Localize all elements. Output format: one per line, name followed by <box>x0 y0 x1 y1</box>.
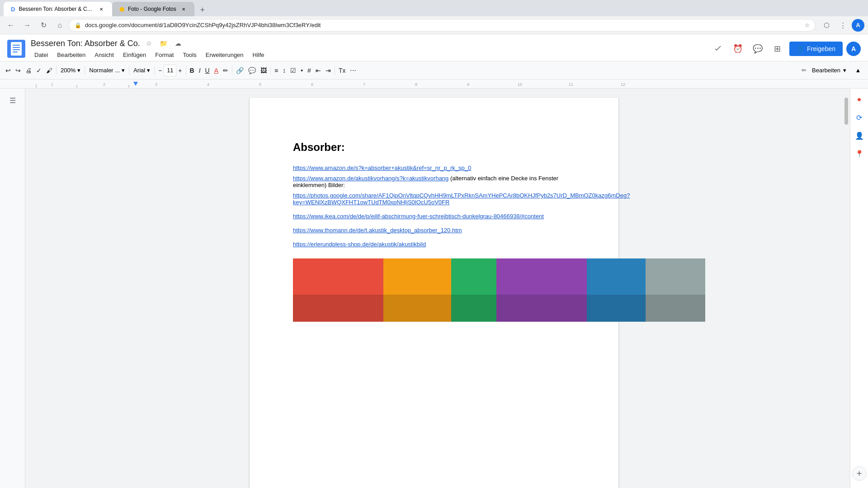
doc-page: Absorber: https://www.amazon.de/s?k=abso… <box>250 98 618 488</box>
menu-ansicht[interactable]: Ansicht <box>91 51 118 59</box>
highlight-button[interactable]: ✏ <box>221 64 230 77</box>
print-button[interactable]: 🖨 <box>24 64 33 77</box>
share-button[interactable]: 👤 Freigeben <box>789 42 843 56</box>
image-button[interactable]: 🖼 <box>259 64 269 77</box>
add-sidebar-item-button[interactable]: + <box>852 466 867 481</box>
svg-text:10: 10 <box>518 82 522 87</box>
user-avatar[interactable]: A <box>846 42 861 56</box>
svg-text:12: 12 <box>621 82 625 87</box>
reload-button[interactable]: ↻ <box>36 18 51 33</box>
left-sidebar: ☰ <box>0 89 25 488</box>
menu-erweiterungen[interactable]: Erweiterungen <box>202 51 247 59</box>
font-size-decrease[interactable]: − <box>156 64 164 77</box>
profile-button[interactable]: A <box>852 19 864 32</box>
home-button[interactable]: ⌂ <box>52 18 67 33</box>
right-icon-1[interactable]: ● <box>852 92 867 107</box>
tab-docs-close[interactable]: ✕ <box>98 5 105 13</box>
tab-photos-close[interactable]: ✕ <box>180 5 187 13</box>
right-icon-4[interactable]: 📍 <box>852 146 867 161</box>
forward-button[interactable]: → <box>20 18 34 33</box>
comments-icon[interactable]: 💬 <box>750 41 766 57</box>
outdent-button[interactable]: ⇤ <box>314 64 323 77</box>
new-tab-button[interactable]: + <box>196 4 209 16</box>
svg-text:9: 9 <box>467 82 469 87</box>
cloud-icon[interactable]: ☁ <box>173 38 184 49</box>
comment-button[interactable]: 💬 <box>246 64 258 77</box>
indent-button[interactable]: ⇥ <box>324 64 333 77</box>
docs-app-bar: Besseren Ton: Absorber & Co. ☆ 📁 ☁ Datei… <box>0 34 868 61</box>
star-icon[interactable]: ☆ <box>144 38 155 49</box>
tab-photos[interactable]: ⬟ Foto - Google Fotos ✕ <box>112 2 194 16</box>
folder-icon[interactable]: 📁 <box>158 38 169 49</box>
font-color-button[interactable]: A <box>212 64 220 77</box>
docs-menu-row: Datei Bearbeiten Ansicht Einfügen Format… <box>31 51 704 59</box>
bookmark-icon[interactable]: ☆ <box>805 22 810 28</box>
link-amazon-absorber[interactable]: https://www.amazon.de/s?k=absorber+akust… <box>293 164 471 171</box>
right-icon-3[interactable]: 👤 <box>852 128 867 143</box>
spellcheck-button[interactable]: ✓ <box>34 64 43 77</box>
more-formats-button[interactable]: ⋯ <box>348 64 358 77</box>
move-to-drive-icon[interactable] <box>710 41 726 57</box>
doc-paragraph-2: https://www.amazon.de/akustikvorhang/s?k… <box>293 175 575 188</box>
menu-format[interactable]: Format <box>151 51 177 59</box>
address-bar[interactable]: 🔒 docs.google.com/document/d/1aD8O9YcinZ… <box>69 19 816 32</box>
underline-button[interactable]: U <box>203 64 212 77</box>
bold-button[interactable]: B <box>188 64 196 77</box>
menu-einfügen[interactable]: Einfügen <box>119 51 150 59</box>
link-erlerundpless[interactable]: https://erlerundpless-shop.de/de/akustik… <box>293 241 426 248</box>
scrollbar-thumb[interactable] <box>844 98 848 125</box>
font-size-area: − + <box>156 64 184 77</box>
docs-title-area: Besseren Ton: Absorber & Co. ☆ 📁 ☁ Datei… <box>31 38 704 59</box>
align-button[interactable]: ≡ <box>273 64 280 77</box>
checklist-button[interactable]: ☑ <box>288 64 298 77</box>
zoom-select[interactable]: 200% ▾ <box>58 64 83 77</box>
menu-bearbeiten[interactable]: Bearbeiten <box>53 51 89 59</box>
paint-format-button[interactable]: 🖌 <box>44 64 54 77</box>
link-button[interactable]: 🔗 <box>234 64 245 77</box>
zoom-value: 200% <box>61 67 75 74</box>
line-spacing-button[interactable]: ↕ <box>281 64 288 77</box>
docs-favicon: D <box>11 6 15 13</box>
history-icon[interactable]: ⏰ <box>730 41 746 57</box>
style-select[interactable]: Normaler ... ▾ <box>87 64 127 77</box>
font-select[interactable]: Arial ▾ <box>131 64 152 77</box>
back-button[interactable]: ← <box>4 18 18 33</box>
ruler: 1 2 3 4 5 6 7 8 9 10 11 12 <box>0 80 868 89</box>
outline-icon[interactable]: ☰ <box>5 92 21 108</box>
font-size-increase[interactable]: + <box>176 64 184 77</box>
menu-tools[interactable]: Tools <box>179 51 200 59</box>
format-clear-button[interactable]: Tx <box>337 64 348 77</box>
bullets-button[interactable]: • <box>299 64 305 77</box>
font-size-input[interactable] <box>164 65 176 76</box>
separator-4 <box>154 66 155 75</box>
scrollbar-area[interactable] <box>843 89 850 488</box>
chrome-menu-icon[interactable]: ⋮ <box>835 18 850 33</box>
edit-mode-button[interactable]: Bearbeiten ▾ <box>808 65 850 75</box>
svg-text:5: 5 <box>259 82 261 87</box>
svg-rect-0 <box>0 80 868 89</box>
docs-logo <box>7 40 25 58</box>
link-thomann[interactable]: https://www.thomann.de/de/t.akustik_desk… <box>293 227 462 234</box>
link-amazon-akustikvorhang[interactable]: https://www.amazon.de/akustikvorhang/s?k… <box>293 175 448 182</box>
zoom-dropdown-icon: ▾ <box>77 67 80 74</box>
toolbar-collapse-button[interactable]: ▲ <box>852 64 864 77</box>
edit-dropdown-icon: ▾ <box>843 67 846 74</box>
docs-title-row: Besseren Ton: Absorber & Co. ☆ 📁 ☁ <box>31 38 704 49</box>
view-mode-icon[interactable]: ⊞ <box>769 41 786 57</box>
redo-button[interactable]: ↪ <box>14 64 23 77</box>
link-photos-google[interactable]: https://photos.google.com/share/AF1QipOn… <box>293 192 630 206</box>
tab-docs[interactable]: D Besseren Ton: Absorber & Co. - ... ✕ <box>4 2 112 16</box>
document-area[interactable]: Absorber: https://www.amazon.de/s?k=abso… <box>25 89 843 488</box>
right-icon-2[interactable]: ⟳ <box>852 110 867 125</box>
undo-button[interactable]: ↩ <box>4 64 13 77</box>
style-value: Normaler ... <box>89 67 120 74</box>
svg-text:7: 7 <box>363 82 365 87</box>
separator-1 <box>56 66 57 75</box>
italic-button[interactable]: I <box>197 64 203 77</box>
menu-hilfe[interactable]: Hilfe <box>249 51 268 59</box>
extensions-icon[interactable]: ⬡ <box>819 18 834 33</box>
link-ikea[interactable]: https://www.ikea.com/de/de/p/eilif-absch… <box>293 213 544 220</box>
numbered-button[interactable]: # <box>306 64 313 77</box>
style-dropdown-icon: ▾ <box>122 67 125 74</box>
menu-datei[interactable]: Datei <box>31 51 52 59</box>
